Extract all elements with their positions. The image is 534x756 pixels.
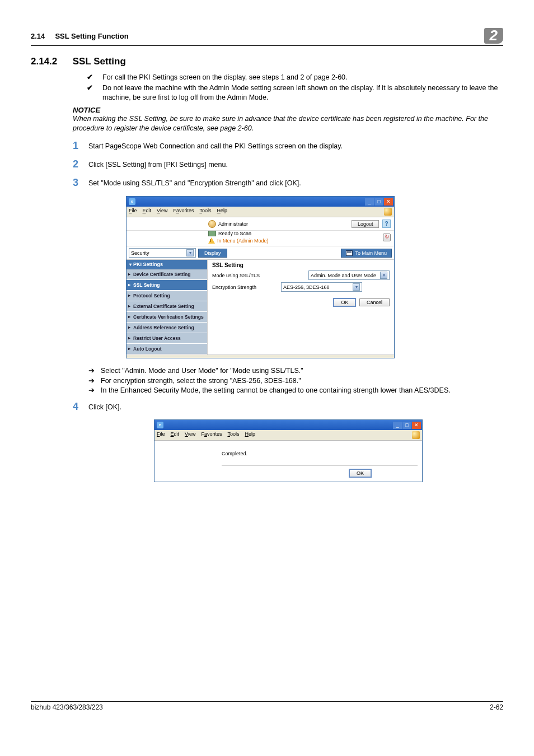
step-number-4: 4 — [73, 402, 88, 412]
sub-bullet-1: Select "Admin. Mode and User Mode" for "… — [101, 366, 303, 376]
sidebar-item-address-ref[interactable]: Address Reference Setting — [127, 323, 207, 333]
minimize-button[interactable]: _ — [393, 422, 402, 429]
menu-file[interactable]: File — [129, 208, 137, 216]
step-text-1: Start PageScope Web Connection and call … — [88, 141, 343, 151]
ok-button[interactable]: OK — [349, 469, 372, 478]
menu-help[interactable]: Help — [245, 431, 255, 439]
menu-edit[interactable]: Edit — [143, 208, 152, 216]
main-menu-icon — [346, 250, 353, 256]
sidebar-item-external-cert[interactable]: External Certificate Setting — [127, 301, 207, 312]
minimize-button[interactable]: _ — [365, 198, 374, 206]
refresh-icon[interactable] — [383, 234, 391, 241]
sidebar-item-protocol[interactable]: Protocol Setting — [127, 291, 207, 301]
menu-status: In Menu (Admin Mode) — [217, 238, 269, 244]
chapter-badge: 2 — [484, 28, 503, 44]
warning-icon — [208, 237, 215, 244]
step-text-3: Set "Mode using SSL/TLS" and "Encryption… — [88, 178, 301, 188]
sidebar-item-restrict-user[interactable]: Restrict User Access — [127, 333, 207, 344]
subsection-number: 2.14.2 — [31, 56, 70, 67]
browser-logo-icon — [384, 208, 392, 216]
mode-label: Mode using SSL/TLS — [212, 273, 277, 278]
mode-select[interactable]: Admin. Mode and User Mode ▾ — [308, 270, 390, 280]
step-text-2: Click [SSL Setting] from [PKI Settings] … — [88, 159, 228, 170]
mode-value: Admin. Mode and User Mode — [311, 273, 376, 278]
header-section-title: SSL Setting Function — [55, 32, 128, 40]
app-icon: e — [157, 422, 163, 428]
menu-file[interactable]: File — [157, 431, 165, 439]
menu-tools[interactable]: Tools — [199, 208, 211, 216]
category-value: Security — [131, 250, 149, 256]
ssl-settings-window: e _ □ ✕ File Edit View Favorites Tools H… — [126, 196, 395, 358]
chevron-down-icon: ▾ — [353, 283, 360, 291]
menu-favorites[interactable]: Favorites — [173, 208, 194, 216]
to-main-menu-label: To Main Menu — [355, 250, 387, 256]
content-title: SSL Setting — [212, 262, 390, 268]
arrow-icon: ➔ — [88, 376, 101, 386]
titlebar: e _ □ ✕ — [127, 197, 394, 207]
help-icon[interactable]: ? — [382, 220, 391, 228]
completed-window: e _ □ ✕ File Edit View Favorites Tools H… — [154, 419, 423, 482]
printer-icon — [208, 231, 216, 236]
menu-edit[interactable]: Edit — [171, 431, 180, 439]
intro-bullet-1: For call the PKI Settings screen on the … — [102, 73, 348, 82]
browser-logo-icon — [412, 431, 420, 439]
menu-help[interactable]: Help — [217, 208, 227, 216]
check-icon: ✔ — [87, 83, 102, 102]
divider — [222, 465, 418, 466]
arrow-icon: ➔ — [88, 386, 101, 396]
sidebar-item-device-cert[interactable]: Device Certificate Setting — [127, 269, 207, 280]
category-select[interactable]: Security ▾ — [129, 248, 196, 258]
encryption-value: AES-256, 3DES-168 — [283, 284, 330, 290]
subsection-title: SSL Setting — [73, 56, 126, 67]
close-button[interactable]: ✕ — [384, 198, 393, 206]
cancel-button[interactable]: Cancel — [359, 298, 390, 306]
menu-view[interactable]: View — [185, 431, 195, 439]
menubar: File Edit View Favorites Tools Help — [154, 430, 422, 441]
sidebar-item-ssl-setting[interactable]: SSL Setting — [127, 280, 207, 291]
sub-bullet-3: In the Enhanced Security Mode, the setti… — [101, 386, 451, 396]
logout-button[interactable]: Logout — [352, 220, 380, 228]
maximize-button[interactable]: □ — [402, 422, 411, 429]
chevron-down-icon: ▾ — [380, 272, 387, 279]
user-icon — [208, 220, 216, 228]
notice-title: NOTICE — [73, 106, 503, 114]
footer-model: bizhub 423/363/283/223 — [31, 703, 103, 711]
app-icon: e — [129, 198, 135, 205]
sub-bullet-2: For encryption strength, select the stro… — [101, 376, 301, 386]
ready-status: Ready to Scan — [218, 231, 251, 236]
arrow-icon: ➔ — [88, 366, 101, 376]
step-number-3: 3 — [73, 178, 88, 188]
check-icon: ✔ — [87, 73, 102, 82]
chevron-down-icon: ▾ — [186, 249, 194, 256]
to-main-menu-button[interactable]: To Main Menu — [341, 249, 392, 258]
sidebar-item-cert-verification[interactable]: Certificate Verification Settings — [127, 312, 207, 323]
sidebar-head-pki[interactable]: PKI Settings — [127, 260, 207, 269]
encryption-label: Encryption Strength — [212, 284, 277, 290]
display-button[interactable]: Display — [198, 249, 227, 258]
menu-favorites[interactable]: Favorites — [201, 431, 222, 439]
ok-button[interactable]: OK — [333, 298, 356, 307]
footer-page: 2-62 — [490, 703, 503, 711]
header-section-num: 2.14 — [31, 32, 45, 40]
menu-tools[interactable]: Tools — [227, 431, 239, 439]
sidebar-item-auto-logout[interactable]: Auto Logout — [127, 344, 207, 354]
step-number-1: 1 — [73, 141, 88, 151]
completed-text: Completed. — [222, 451, 247, 456]
maximize-button[interactable]: □ — [374, 198, 383, 206]
role-label: Administrator — [218, 221, 248, 227]
step-number-2: 2 — [73, 159, 88, 170]
notice-body: When making the SSL Setting, be sure to … — [73, 114, 503, 133]
intro-bullet-2: Do not leave the machine with the Admin … — [102, 83, 503, 102]
sidebar: PKI Settings Device Certificate Setting … — [127, 260, 208, 354]
step-text-4: Click [OK]. — [88, 402, 121, 412]
close-button[interactable]: ✕ — [412, 422, 421, 429]
menu-view[interactable]: View — [157, 208, 167, 216]
menubar: File Edit View Favorites Tools Help — [127, 207, 394, 217]
titlebar: e _ □ ✕ — [154, 420, 422, 430]
encryption-select[interactable]: AES-256, 3DES-168 ▾ — [281, 282, 362, 292]
